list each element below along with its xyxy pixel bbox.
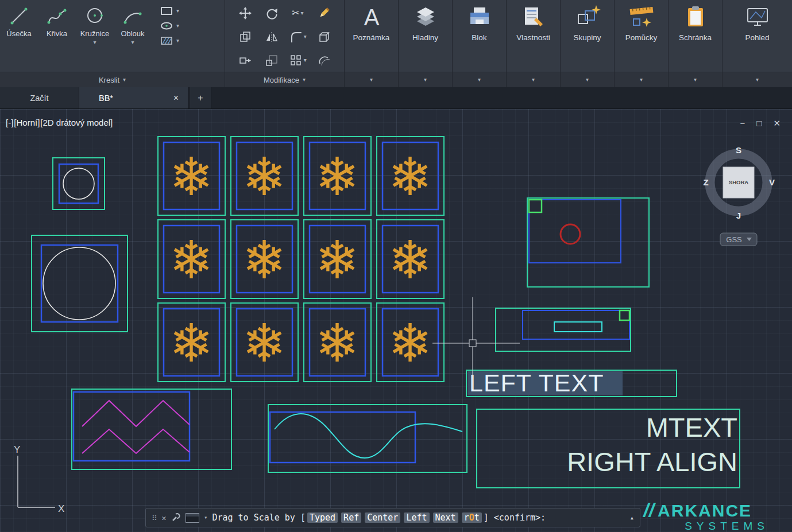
draw-minor-tools: ▾ ▾ ▾: [152, 0, 179, 72]
panel-poznamka[interactable]: A Poznámka ▾: [345, 0, 399, 87]
viewcube-west-label[interactable]: Z: [703, 177, 708, 187]
array-tool-button[interactable]: ▾: [286, 53, 310, 68]
offset-icon: [317, 53, 331, 67]
tab-start[interactable]: Začít: [0, 87, 79, 108]
viewcube[interactable]: SHORA S Z V J: [703, 145, 775, 220]
stretch-tool-button[interactable]: [233, 53, 257, 68]
option-rotate[interactable]: rOt: [462, 512, 482, 523]
hatch-dropdown-arrow[interactable]: ▾: [176, 38, 179, 44]
viewport-minimize-control[interactable]: [-]: [6, 118, 13, 127]
rectangle-dropdown-arrow[interactable]: ▾: [176, 8, 179, 14]
rotate-tool-button[interactable]: [260, 6, 284, 21]
panel-modifikace-footer[interactable]: Modifikace ▾: [225, 72, 344, 87]
fillet-dropdown-arrow[interactable]: ▾: [304, 34, 307, 40]
option-left[interactable]: Left: [404, 512, 429, 523]
viewport-view-control[interactable]: [Horní]: [14, 118, 40, 127]
panel-pohled-expand-arrow[interactable]: ▾: [756, 77, 759, 83]
left-text-object[interactable]: LEFT TEXT: [466, 369, 677, 397]
panel-hladiny[interactable]: Hladiny ▾: [399, 0, 453, 87]
square-circle-small[interactable]: [53, 158, 105, 209]
option-center[interactable]: Center: [365, 512, 400, 523]
ellipse-tool-button[interactable]: ▾: [160, 21, 179, 30]
panel-blok[interactable]: Blok ▾: [453, 0, 507, 87]
rectangle-tool-button[interactable]: ▾: [160, 6, 179, 16]
fillet-tool-button[interactable]: ▾: [286, 29, 310, 44]
arc-tool-button[interactable]: Oblouk ▾: [114, 0, 152, 72]
option-typed[interactable]: Typed: [307, 512, 338, 523]
left-text-label: LEFT TEXT: [469, 369, 604, 397]
file-tab-bar: Začít BB* × +: [0, 87, 792, 109]
watermark-slashes: //: [643, 500, 654, 521]
close-icon[interactable]: ✕: [773, 118, 781, 129]
command-line-bar[interactable]: ⠿ ✕ ▾ Drag to Scale by [ Typed Ref Cente…: [145, 508, 640, 527]
recent-commands-arrow[interactable]: ▾: [204, 515, 207, 521]
panel-blok-expand-arrow[interactable]: ▾: [478, 77, 481, 83]
panel-pohled[interactable]: Pohled ▾: [723, 0, 792, 87]
viewcube-south-label[interactable]: J: [736, 211, 741, 220]
panel-skupiny[interactable]: Skupiny ▾: [561, 0, 615, 87]
viewcube-north-label[interactable]: S: [736, 145, 741, 155]
panel-modifikace-body: ✂ ▾: [225, 0, 344, 72]
erase-tool-button[interactable]: [312, 6, 336, 21]
plus-icon: +: [198, 93, 203, 103]
panel-vlastnosti-expand-arrow[interactable]: ▾: [532, 77, 535, 83]
array-dropdown-arrow[interactable]: ▾: [304, 57, 307, 63]
drawing-window-controls: − □ ✕: [740, 118, 781, 129]
trim-scissors-icon: ✂: [292, 9, 299, 18]
model-space-canvas[interactable]: ❄: [0, 109, 792, 532]
panel-skupiny-expand-arrow[interactable]: ▾: [586, 77, 589, 83]
panel-schranka[interactable]: Schránka ▾: [669, 0, 723, 87]
sine-wave-object[interactable]: [268, 405, 467, 472]
snowflake-tile-array[interactable]: [158, 137, 444, 382]
restore-icon[interactable]: □: [756, 118, 762, 129]
panel-schranka-label: Schránka: [679, 33, 712, 42]
panel-schranka-expand-arrow[interactable]: ▾: [694, 77, 697, 83]
line-icon: [7, 5, 30, 28]
explode-tool-button[interactable]: [312, 29, 336, 44]
properties-icon: [520, 4, 547, 30]
option-ref[interactable]: Ref: [341, 512, 361, 523]
tab-drawing-bb[interactable]: BB* ×: [79, 87, 188, 108]
copy-tool-button[interactable]: [233, 29, 257, 44]
command-prompt[interactable]: Drag to Scale by [ Typed Ref Center Left…: [212, 512, 546, 523]
ellipse-icon: [160, 21, 173, 30]
move-tool-button[interactable]: [233, 6, 257, 21]
panel-poznamka-expand-arrow[interactable]: ▾: [370, 77, 373, 83]
square-circle-large[interactable]: [32, 235, 128, 332]
command-bar-close-icon[interactable]: ✕: [162, 514, 167, 522]
option-next[interactable]: Next: [433, 512, 458, 523]
rect-object-mid-right[interactable]: [496, 308, 631, 351]
polyline-tool-button[interactable]: Křivka: [38, 0, 76, 72]
line-tool-button[interactable]: Úsečka: [0, 0, 38, 72]
customize-wrench-icon[interactable]: [171, 512, 181, 523]
viewcube-east-label[interactable]: V: [769, 177, 775, 187]
trim-dropdown-arrow[interactable]: ▾: [301, 10, 304, 16]
trim-tool-button[interactable]: ✂ ▾: [286, 6, 310, 21]
tab-close-icon[interactable]: ×: [173, 93, 179, 103]
offset-tool-button[interactable]: [312, 53, 336, 68]
viewport-visual-style-control[interactable]: [2D drátový model]: [40, 118, 113, 127]
rect-object-top-right[interactable]: [527, 198, 649, 287]
mtext-object[interactable]: MTEXT RIGHT ALIGN: [477, 409, 740, 488]
fillet-icon: [289, 30, 303, 44]
panel-pomucky-expand-arrow[interactable]: ▾: [640, 77, 643, 83]
new-tab-button[interactable]: +: [190, 87, 211, 108]
command-bar-grip[interactable]: ⠿: [152, 514, 157, 522]
recent-commands-icon[interactable]: [186, 513, 199, 523]
hatch-tool-button[interactable]: ▾: [160, 36, 179, 46]
command-history-arrow[interactable]: ▴: [630, 514, 634, 522]
arc-dropdown-arrow[interactable]: ▾: [131, 40, 134, 45]
zigzag-object[interactable]: [72, 389, 231, 469]
panel-vlastnosti[interactable]: Vlastnosti ▾: [507, 0, 561, 87]
drawing-entities: ❄: [0, 109, 792, 532]
panel-hladiny-expand-arrow[interactable]: ▾: [424, 77, 427, 83]
panel-pomucky[interactable]: Pomůcky ▾: [615, 0, 669, 87]
mirror-tool-button[interactable]: [260, 29, 284, 44]
circle-tool-button[interactable]: Kružnice ▾: [76, 0, 114, 72]
panel-kreslit-footer[interactable]: Kreslit ▾: [0, 72, 225, 87]
ellipse-dropdown-arrow[interactable]: ▾: [176, 23, 179, 29]
gss-control[interactable]: GSS: [720, 233, 757, 246]
circle-dropdown-arrow[interactable]: ▾: [93, 40, 96, 45]
scale-tool-button[interactable]: [260, 53, 284, 68]
minimize-icon[interactable]: −: [740, 118, 745, 129]
